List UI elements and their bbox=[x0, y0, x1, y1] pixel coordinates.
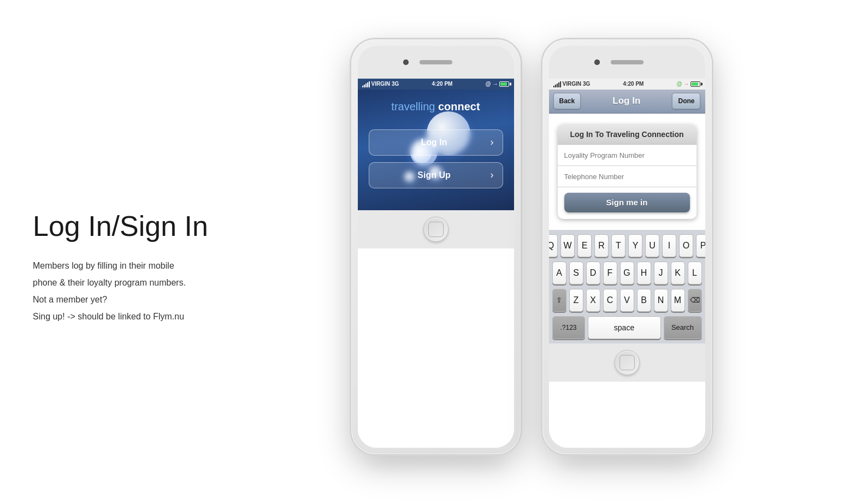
key-t[interactable]: T bbox=[611, 234, 625, 257]
key-z[interactable]: Z bbox=[569, 289, 583, 312]
desc-line2: phone & their loyalty program numbers. bbox=[33, 275, 240, 290]
battery-fill-1 bbox=[500, 82, 506, 86]
keyboard-row-1: Q W E R T Y U I O P bbox=[552, 234, 702, 257]
back-button[interactable]: Back bbox=[553, 93, 581, 109]
page-description: Members log by filling in their mobile p… bbox=[33, 258, 240, 324]
home-button-1[interactable] bbox=[423, 217, 448, 242]
iphone-1-inner: VIRGIN 3G 4:20 PM @ → bbox=[358, 46, 514, 448]
login-card: Log In To Traveling Connection Sign me i… bbox=[558, 124, 697, 219]
time-1: 4:20 PM bbox=[432, 81, 453, 87]
iphone-1: VIRGIN 3G 4:20 PM @ → bbox=[351, 39, 521, 454]
space-key[interactable]: space bbox=[588, 316, 661, 339]
key-g[interactable]: G bbox=[620, 262, 634, 284]
app-logo-text: travelling connect bbox=[391, 100, 480, 113]
iphone-2: VIRGIN 3G 4:20 PM @ → Back bbox=[542, 39, 712, 454]
time-2: 4:20 PM bbox=[623, 81, 644, 87]
sign-in-label: Sign me in bbox=[606, 198, 648, 207]
key-c[interactable]: C bbox=[603, 289, 617, 312]
keyboard-row-3: ⇧ Z X C V B N M ⌫ bbox=[552, 289, 702, 312]
key-s[interactable]: S bbox=[569, 262, 583, 284]
key-j[interactable]: J bbox=[654, 262, 668, 284]
signup-button[interactable]: Sign Up › bbox=[369, 162, 503, 188]
status-left-2: VIRGIN 3G bbox=[553, 81, 591, 87]
location-icon: → bbox=[492, 81, 498, 87]
home-area-1 bbox=[358, 210, 514, 248]
speaker-2 bbox=[611, 60, 644, 64]
signal-bars-1 bbox=[362, 81, 370, 87]
key-p[interactable]: P bbox=[696, 234, 705, 257]
wifi-icon-2: @ bbox=[677, 81, 682, 87]
done-button[interactable]: Done bbox=[672, 93, 700, 109]
key-y[interactable]: Y bbox=[628, 234, 642, 257]
nav-title: Log In bbox=[612, 96, 640, 106]
signup-button-label: Sign Up bbox=[378, 170, 491, 180]
delete-key[interactable]: ⌫ bbox=[688, 289, 702, 312]
status-bar-2: VIRGIN 3G 4:20 PM @ → bbox=[549, 79, 705, 90]
home-area-2 bbox=[549, 343, 705, 382]
home-button-inner-2 bbox=[619, 355, 635, 370]
telephone-input[interactable] bbox=[564, 173, 690, 181]
battery-fill-2 bbox=[692, 82, 698, 86]
keyboard: Q W E R T Y U I O P A S bbox=[549, 230, 705, 343]
key-d[interactable]: D bbox=[586, 262, 600, 284]
keyboard-row-2: A S D F G H J K L bbox=[552, 262, 702, 284]
logo-light: travelling bbox=[391, 100, 435, 112]
login-chevron-icon: › bbox=[491, 137, 494, 148]
key-q[interactable]: Q bbox=[549, 234, 558, 257]
screen-content-1: travelling connect Log In › bbox=[358, 90, 514, 210]
status-right-2: @ → bbox=[677, 81, 701, 87]
key-k[interactable]: K bbox=[671, 262, 685, 284]
key-r[interactable]: R bbox=[594, 234, 609, 257]
battery-icon-2 bbox=[690, 81, 700, 87]
key-b[interactable]: B bbox=[637, 289, 651, 312]
key-x[interactable]: X bbox=[586, 289, 600, 312]
key-h[interactable]: H bbox=[637, 262, 651, 284]
page-wrapper: Log In/Sign In Members log by filling in… bbox=[0, 0, 844, 504]
nav-bar: Back Log In Done bbox=[549, 90, 705, 114]
key-w[interactable]: W bbox=[560, 234, 575, 257]
loyalty-input[interactable] bbox=[564, 151, 690, 159]
key-m[interactable]: M bbox=[671, 289, 685, 312]
desc-line4: Sing up! -> should be linked to Flym.nu bbox=[33, 309, 240, 324]
loyalty-field[interactable] bbox=[558, 145, 697, 166]
search-key[interactable]: Search bbox=[664, 316, 702, 339]
login-button[interactable]: Log In › bbox=[369, 129, 503, 156]
app-logo: travelling connect bbox=[391, 100, 480, 113]
carrier-1: VIRGIN bbox=[371, 81, 390, 87]
back-label: Back bbox=[559, 97, 575, 105]
iphone-1-top-bar bbox=[358, 46, 514, 79]
login-card-title: Log In To Traveling Connection bbox=[558, 124, 697, 145]
login-button-label: Log In bbox=[378, 138, 491, 147]
telephone-field[interactable] bbox=[558, 166, 697, 187]
signup-chevron-icon: › bbox=[491, 169, 494, 181]
key-l[interactable]: L bbox=[688, 262, 702, 284]
signal-bars-2 bbox=[553, 81, 561, 87]
keyboard-bottom-row: .?123 space Search bbox=[552, 316, 702, 339]
sign-in-button[interactable]: Sign me in bbox=[564, 193, 690, 212]
key-a[interactable]: A bbox=[552, 262, 566, 284]
desc-line1: Members log by filling in their mobile bbox=[33, 258, 240, 273]
status-bar-1: VIRGIN 3G 4:20 PM @ → bbox=[358, 79, 514, 90]
numbers-key[interactable]: .?123 bbox=[552, 316, 585, 339]
home-button-2[interactable] bbox=[615, 350, 640, 375]
location-icon-2: → bbox=[683, 81, 689, 87]
app-home-screen: travelling connect Log In › bbox=[358, 90, 514, 210]
status-right-1: @ → bbox=[486, 81, 510, 87]
left-text-section: Log In/Sign In Members log by filling in… bbox=[22, 178, 240, 327]
carrier-2: VIRGIN bbox=[563, 81, 581, 87]
key-u[interactable]: U bbox=[645, 234, 659, 257]
key-o[interactable]: O bbox=[679, 234, 693, 257]
key-n[interactable]: N bbox=[654, 289, 668, 312]
key-i[interactable]: I bbox=[662, 234, 676, 257]
network-2: 3G bbox=[583, 81, 590, 87]
shift-key[interactable]: ⇧ bbox=[552, 289, 566, 312]
desc-line3: Not a member yet? bbox=[33, 292, 240, 307]
phones-container: VIRGIN 3G 4:20 PM @ → bbox=[240, 39, 822, 465]
key-v[interactable]: V bbox=[620, 289, 634, 312]
speaker-1 bbox=[420, 60, 452, 64]
key-f[interactable]: F bbox=[603, 262, 617, 284]
wifi-icon: @ bbox=[486, 81, 491, 87]
status-left-1: VIRGIN 3G bbox=[362, 81, 399, 87]
key-e[interactable]: E bbox=[577, 234, 592, 257]
page-title: Log In/Sign In bbox=[33, 211, 240, 242]
